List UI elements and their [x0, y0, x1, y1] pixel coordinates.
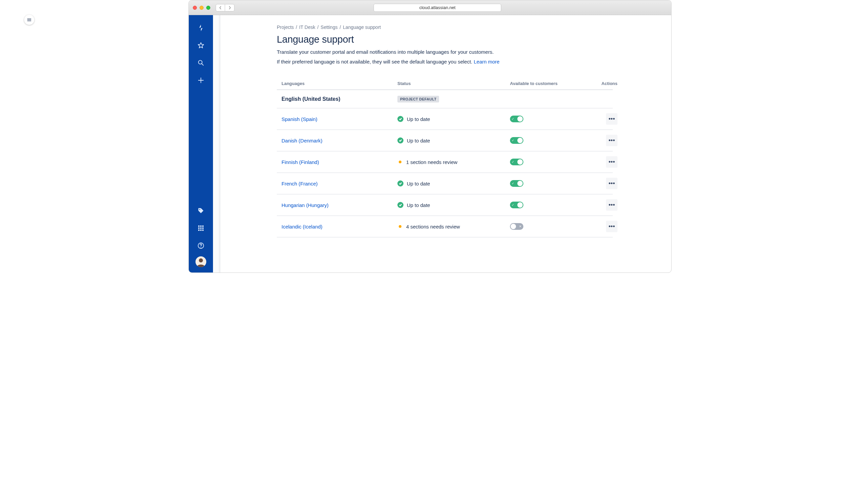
breadcrumb-separator: / [296, 25, 297, 30]
language-name-link[interactable]: Spanish (Spain) [282, 116, 317, 122]
chevron-left-icon [219, 6, 222, 10]
svg-point-17 [199, 258, 203, 262]
availability-toggle[interactable]: ✓ [510, 137, 524, 144]
table-row: Hungarian (Hungary) Up to date ✓ ••• [277, 195, 613, 216]
availability-toggle[interactable]: ✕ [510, 223, 524, 230]
breadcrumb-separator: / [317, 25, 318, 30]
toggle-knob [511, 224, 516, 229]
warning-dot-icon [399, 225, 401, 228]
minimize-window-button[interactable] [200, 6, 204, 10]
breadcrumb-current: Language support [343, 25, 381, 30]
toggle-knob [517, 202, 523, 208]
availability-toggle[interactable]: ✓ [510, 202, 524, 208]
svg-rect-13 [202, 230, 204, 231]
check-circle-icon [398, 116, 403, 122]
help-icon [197, 242, 204, 249]
close-window-button[interactable] [193, 6, 197, 10]
breadcrumb-item-projects[interactable]: Projects [277, 25, 294, 30]
breadcrumb-item-itdesk[interactable]: IT Desk [299, 25, 315, 30]
column-header-status: Status [398, 81, 510, 86]
star-nav-item[interactable] [194, 39, 207, 52]
project-default-badge: PROJECT DEFAULT [398, 96, 439, 102]
status-text: Up to date [407, 181, 430, 186]
status-text: Up to date [407, 138, 430, 143]
cross-icon: ✕ [519, 225, 522, 228]
status-cell: Up to date [398, 181, 510, 186]
status-cell: 4 sections needs review [398, 224, 510, 230]
warning-dot-icon [399, 161, 401, 163]
more-actions-button[interactable]: ••• [606, 156, 617, 168]
check-icon: ✓ [512, 117, 514, 120]
language-name-link[interactable]: Hungarian (Hungary) [282, 202, 329, 208]
page-description-line2: If their preferred language is not avail… [277, 58, 651, 66]
status-cell: Up to date [398, 202, 510, 208]
table-row: Icelandic (Iceland) 4 sections needs rev… [277, 216, 613, 237]
tag-nav-item[interactable] [194, 204, 207, 217]
profile-avatar[interactable] [196, 256, 206, 267]
check-circle-icon [398, 138, 403, 143]
learn-more-link[interactable]: Learn more [474, 59, 500, 64]
language-name-link[interactable]: Icelandic (Iceland) [282, 224, 322, 230]
language-name-link[interactable]: Danish (Denmark) [282, 138, 322, 143]
status-cell: Up to date [398, 116, 510, 122]
search-nav-item[interactable] [194, 56, 207, 70]
toggle-knob [517, 138, 523, 143]
grid-icon [198, 225, 204, 231]
jira-service-icon [197, 24, 205, 32]
language-name-default: English (United States) [282, 96, 398, 102]
page-description-line1: Translate your customer portal and email… [277, 48, 651, 56]
status-text: Up to date [407, 116, 430, 122]
more-actions-button[interactable]: ••• [606, 135, 617, 146]
chevron-right-icon [228, 6, 231, 10]
breadcrumb-separator: / [340, 25, 341, 30]
languages-table: Languages Status Available to customers … [277, 81, 613, 237]
create-nav-item[interactable] [194, 74, 207, 87]
svg-point-0 [199, 60, 202, 64]
forward-button[interactable] [225, 4, 234, 11]
breadcrumb-item-settings[interactable]: Settings [320, 25, 338, 30]
check-circle-icon [398, 202, 403, 208]
content: Projects / IT Desk / Settings / Language… [189, 15, 671, 273]
collapsed-sidebar[interactable] [213, 15, 220, 273]
browser-window: cloud.atlassian.net [188, 0, 672, 273]
apps-nav-item[interactable] [194, 221, 207, 235]
svg-rect-12 [200, 230, 202, 231]
page-title: Language support [277, 34, 651, 45]
more-actions-button[interactable]: ••• [606, 199, 617, 211]
toggle-knob [517, 159, 523, 164]
more-actions-button[interactable]: ••• [606, 221, 617, 232]
url-bar[interactable]: cloud.atlassian.net [374, 4, 501, 12]
language-name-link[interactable]: Finnish (Finland) [282, 159, 319, 165]
language-name-link[interactable]: French (France) [282, 181, 318, 186]
page-description-text: If their preferred language is not avail… [277, 59, 474, 64]
check-icon: ✓ [512, 139, 514, 142]
status-text: 1 section needs review [406, 159, 458, 165]
table-row: Spanish (Spain) Up to date ✓ ••• [277, 109, 613, 130]
column-header-actions: Actions [597, 81, 617, 86]
check-circle-icon [398, 181, 403, 186]
svg-point-4 [199, 209, 200, 210]
svg-rect-11 [198, 230, 200, 231]
check-icon: ✓ [512, 160, 514, 164]
maximize-window-button[interactable] [206, 6, 210, 10]
plus-icon [197, 77, 204, 84]
star-icon [197, 42, 204, 49]
breadcrumb: Projects / IT Desk / Settings / Language… [277, 25, 651, 30]
column-header-available: Available to customers [510, 81, 597, 86]
avatar-icon [196, 256, 206, 267]
svg-rect-10 [202, 228, 204, 229]
toggle-knob [517, 181, 523, 186]
more-actions-button[interactable]: ••• [606, 178, 617, 189]
availability-toggle[interactable]: ✓ [510, 159, 524, 165]
svg-rect-8 [198, 228, 200, 229]
availability-toggle[interactable]: ✓ [510, 180, 524, 187]
table-header-row: Languages Status Available to customers … [277, 81, 613, 90]
nav-buttons [216, 4, 234, 11]
product-logo-icon[interactable] [194, 21, 207, 34]
main-content: Projects / IT Desk / Settings / Language… [213, 15, 671, 273]
more-actions-button[interactable]: ••• [606, 113, 617, 125]
table-row: English (United States) PROJECT DEFAULT [277, 90, 613, 109]
help-nav-item[interactable] [194, 239, 207, 252]
back-button[interactable] [216, 4, 225, 11]
availability-toggle[interactable]: ✓ [510, 116, 524, 122]
